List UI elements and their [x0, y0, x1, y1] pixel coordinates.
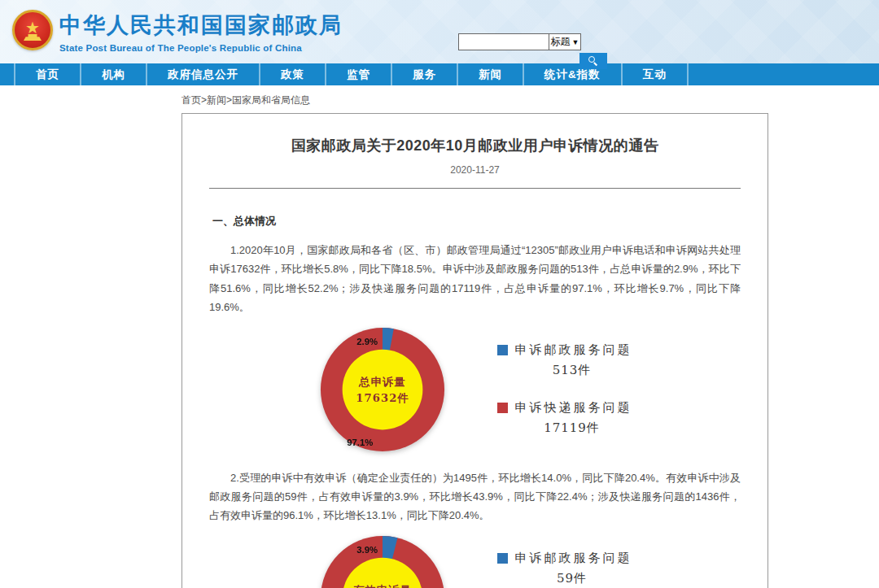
national-emblem-icon: ★	[12, 10, 53, 50]
legend-label-postal: 申诉邮政服务问题	[515, 551, 632, 566]
legend-count-postal: 59件	[497, 571, 632, 586]
search-button[interactable]	[579, 53, 607, 69]
chart-total-complaints: 2.9% 97.1% 总申诉量 17632件 申诉邮政服务问题 513件	[209, 325, 741, 454]
percent-label-express: 97.1%	[347, 438, 373, 447]
chart-legend: 申诉邮政服务问题 513件 申诉快递服务问题 17119件	[497, 342, 632, 436]
nav-item-interaction[interactable]: 互动	[621, 63, 689, 85]
donut-center	[342, 349, 422, 429]
legend-item-postal: 申诉邮政服务问题 59件	[497, 551, 632, 586]
legend-swatch-postal	[497, 553, 508, 564]
nav-item-policy[interactable]: 政策	[259, 63, 325, 85]
section-heading: 一、总体情况	[209, 214, 741, 229]
legend-item-postal: 申诉邮政服务问题 513件	[497, 342, 632, 378]
donut-chart: 2.9% 97.1% 总申诉量 17632件	[318, 325, 447, 454]
page: ★ 中华人民共和国国家邮政局 State Post Bureau of The …	[0, 0, 879, 588]
site-titles: 中华人民共和国国家邮政局 State Post Bureau of The Pe…	[59, 11, 343, 53]
legend-label-express: 申诉快递服务问题	[515, 400, 632, 416]
article-date: 2020-11-27	[209, 164, 741, 176]
site-header: ★ 中华人民共和国国家邮政局 State Post Bureau of The …	[0, 0, 879, 63]
page-title: 国家邮政局关于2020年10月邮政业用户申诉情况的通告	[209, 136, 741, 155]
legend-swatch-express	[497, 403, 508, 413]
search-area: 标题 ▼	[458, 33, 607, 69]
chart-valid-complaints: 3.9% 96.1% 有效申诉量 1495件 申诉邮政服务问题 59件	[209, 534, 741, 588]
nav-item-org[interactable]: 机构	[80, 63, 146, 85]
legend-label-postal: 申诉邮政服务问题	[515, 342, 632, 358]
legend-swatch-postal	[497, 345, 508, 355]
nav-item-gov-info[interactable]: 政府信息公开	[146, 63, 259, 85]
percent-label-postal: 2.9%	[356, 336, 378, 346]
chart-legend: 申诉邮政服务问题 59件 申诉快递服务问题 1436件	[497, 551, 632, 588]
article-container: 国家邮政局关于2020年10月邮政业用户申诉情况的通告 2020-11-27 一…	[181, 113, 768, 588]
search-input[interactable]	[458, 33, 549, 50]
main-nav: 首页 机构 政府信息公开 政策 监管 服务 新闻 统计&指数 互动	[0, 63, 879, 85]
chevron-down-icon: ▼	[572, 38, 579, 46]
search-category-select[interactable]: 标题 ▼	[549, 33, 581, 50]
search-category-value: 标题	[551, 35, 571, 49]
search-icon	[588, 56, 598, 66]
site-title-english: State Post Bureau of The People's Republ…	[59, 43, 343, 53]
title-divider	[209, 188, 741, 189]
donut-center-title: 总申诉量	[358, 375, 405, 388]
emblem-star-icon: ★	[25, 20, 40, 36]
legend-count-express: 17119件	[497, 420, 632, 436]
percent-label-postal: 3.9%	[356, 544, 378, 554]
paragraph-1: 1.2020年10月，国家邮政局和各省（区、市）邮政管理局通过“12305”邮政…	[209, 241, 741, 317]
donut-chart: 3.9% 96.1% 有效申诉量 1495件	[318, 534, 447, 588]
donut-center-title: 有效申诉量	[352, 583, 412, 588]
paragraph-2: 2.受理的申诉中有效申诉（确定企业责任的）为1495件，环比增长14.0%，同比…	[209, 468, 741, 525]
legend-count-postal: 513件	[497, 363, 632, 378]
nav-item-supervision[interactable]: 监管	[325, 63, 391, 85]
site-title-chinese: 中华人民共和国国家邮政局	[59, 11, 343, 40]
main-area: 首页>新闻>国家局和省局信息 国家邮政局关于2020年10月邮政业用户申诉情况的…	[0, 94, 879, 588]
nav-item-home[interactable]: 首页	[14, 63, 80, 85]
breadcrumb[interactable]: 首页>新闻>国家局和省局信息	[181, 94, 879, 107]
nav-item-service[interactable]: 服务	[391, 63, 457, 85]
donut-center-value: 17632件	[356, 390, 409, 403]
legend-item-express: 申诉快递服务问题 17119件	[497, 400, 632, 436]
